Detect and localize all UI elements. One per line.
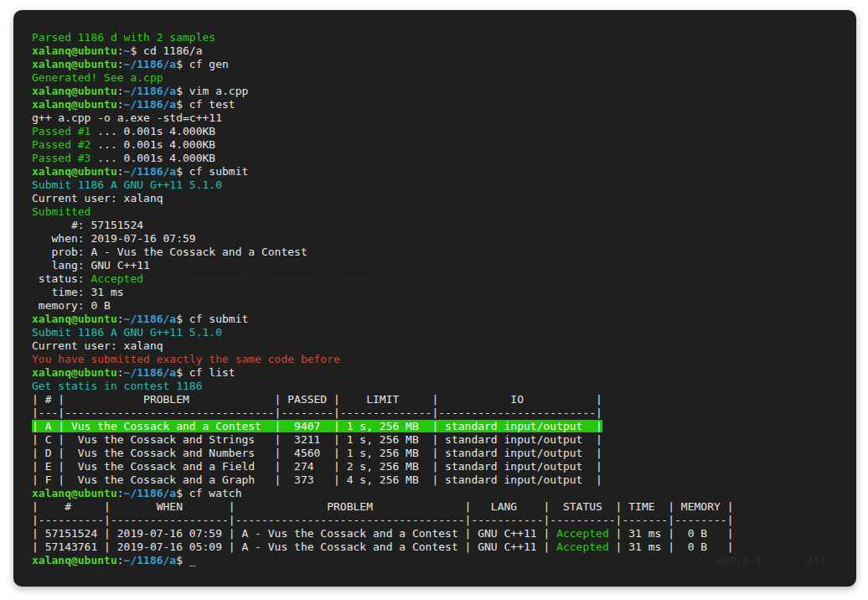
output-current-user-1: Current user: xalanq [32,192,851,205]
terminal-body[interactable]: Parsed 1186 d with 2 samplesxalanq@ubunt… [32,31,851,582]
output-passed-2-seg-0: Passed #2 [32,138,90,151]
prompt-cf-submit-1: xalanq@ubuntu:~/1186/a$ cf submit [32,165,851,178]
list-table-separator-seg-0: |---|--------------------------------|--… [32,406,602,419]
list-table-header: | # | PROBLEM | PASSED | LIMIT | IO | [32,393,851,406]
prompt-cf-watch-seg-1: : [117,487,124,499]
output-submitted-seg-0: Submitted [32,205,90,218]
output-generated-seg-0: Generated! See a.cpp [32,71,163,84]
prompt-cf-list-seg-2: ~/1186/a [124,366,177,379]
vim-ghost-all: All [807,555,826,568]
list-row-c-seg-0: | C | Vus the Cossack and Strings | 3211… [32,433,602,446]
submission-memory-seg-0: memory: 0 B [32,299,111,312]
submission-memory: memory: 0 B [32,299,851,313]
output-get-statis-seg-0: Get statis in contest 1186 [32,380,203,392]
prompt-cf-gen-seg-1: : [117,58,124,70]
output-generated: Generated! See a.cpp [32,71,851,85]
watch-row-2-seg-0: | 57143761 | 2019-07-16 05:09 | A - Vus … [32,541,556,553]
prompt-final-seg-4: _ [189,554,196,566]
watch-table-header-seg-0: | # | WHEN | PROBLEM | LANG | STATUS | T… [32,500,733,513]
prompt-cf-watch-seg-0: xalanq@ubuntu [32,487,117,499]
prompt-cf-submit-2-seg-2: ~/1186/a [124,313,177,325]
prompt-final-seg-0: xalanq@ubuntu [32,554,117,566]
prompt-vim-seg-0: xalanq@ubuntu [32,85,117,97]
list-row-d-seg-0: | D | Vus the Cossack and Numbers | 4560… [32,447,602,459]
output-passed-1: Passed #1 ... 0.001s 4.000KB [32,125,851,138]
prompt-cf-submit-1-seg-2: ~/1186/a [124,165,177,178]
ghost-artifact-lang: _ _________ _ ________ ____ [173,266,369,279]
submission-time-seg-0: time: 31 ms [32,286,124,298]
output-current-user-2: Current user: xalanq [32,339,851,353]
output-submitted: Submitted [32,205,851,219]
prompt-final-seg-2: ~/1186/a [124,554,177,566]
submission-id: #: 57151524 [32,219,851,232]
watch-row-1-seg-0: | 57151524 | 2019-07-16 07:59 | A - Vus … [32,527,556,540]
prompt-cf-watch-seg-3: $ cf watch [176,487,241,499]
submission-prob: prob: A - Vus the Cossack and a Contest [32,246,851,259]
prompt-cf-list-seg-3: $ cf list [176,366,235,379]
list-row-e-seg-0: | E | Vus the Cossack and a Field | 274 … [32,460,602,473]
terminal-window: Parsed 1186 d with 2 samplesxalanq@ubunt… [13,10,856,587]
watch-table-header: | # | WHEN | PROBLEM | LANG | STATUS | T… [32,500,851,514]
output-current-user-1-seg-0: Current user: xalanq [32,192,163,204]
submission-lang: lang: GNU C++11 [32,259,851,272]
prompt-cf-gen-seg-0: xalanq@ubuntu [32,58,117,70]
prompt-cf-list-seg-1: : [117,366,124,379]
watch-row-2-seg-1: Accepted [556,541,609,553]
prompt-vim-seg-3: $ vim a.cpp [176,85,248,97]
list-table-header-seg-0: | # | PROBLEM | PASSED | LIMIT | IO | [32,393,602,406]
prompt-cf-list-seg-0: xalanq@ubuntu [32,366,117,379]
prompt-cf-gen-seg-3: $ cf gen [176,58,229,70]
prompt-cd-seg-3: $ cd 1186/a [130,44,202,57]
prompt-cf-test-seg-0: xalanq@ubuntu [32,98,117,111]
prompt-final-seg-3: $ [176,554,189,566]
output-gpp-seg-0: g++ a.cpp -o a.exe -std=c++11 [32,111,222,124]
output-passed-2: Passed #2 ... 0.001s 4.000KB [32,138,851,152]
submission-status-seg-1: Accepted [90,272,143,285]
list-table-separator: |---|--------------------------------|--… [32,406,851,420]
output-submit-info-1: Submit 1186 A GNU G++11 5.1.0 [32,178,851,192]
output-parsed-seg-0: Parsed 1186 d with 2 samples [32,31,215,44]
output-current-user-2-seg-0: Current user: xalanq [32,339,163,352]
submission-status: status: Accepted [32,272,851,286]
prompt-cf-submit-1-seg-3: $ cf submit [176,165,248,178]
prompt-cf-watch: xalanq@ubuntu:~/1186/a$ cf watch [32,487,851,500]
prompt-vim-seg-2: ~/1186/a [124,85,177,97]
output-submit-info-2: Submit 1186 A GNU G++11 5.1.0 [32,326,851,339]
output-submit-info-1-seg-0: Submit 1186 A GNU G++11 5.1.0 [32,178,222,191]
submission-when: when: 2019-07-16 07:59 [32,232,851,246]
prompt-cd-seg-1: : [117,44,124,57]
list-row-d: | D | Vus the Cossack and Numbers | 4560… [32,447,851,460]
list-row-a-seg-0: | A | Vus the Cossack and a Contest | 94… [32,420,602,432]
watch-table-separator: |----------|------------------|---------… [32,514,851,527]
output-passed-2-seg-1: ... 0.001s 4.000KB [90,138,215,151]
watch-row-1-seg-2: | 31 ms | 0 B | [609,527,734,540]
prompt-cf-submit-1-seg-1: : [117,165,124,178]
submission-status-seg-0: status: [32,272,90,285]
output-passed-3-seg-1: ... 0.001s 4.000KB [90,152,215,164]
watch-row-2: | 57143761 | 2019-07-16 05:09 | A - Vus … [32,541,851,554]
prompt-cf-submit-2-seg-1: : [117,313,124,325]
prompt-cf-watch-seg-2: ~/1186/a [124,487,177,499]
prompt-cf-submit-1-seg-0: xalanq@ubuntu [32,165,117,178]
prompt-cf-submit-2-seg-0: xalanq@ubuntu [32,313,117,325]
prompt-cf-test-seg-2: ~/1186/a [124,98,177,111]
prompt-cd-seg-0: xalanq@ubuntu [32,44,117,57]
list-row-c: | C | Vus the Cossack and Strings | 3211… [32,433,851,447]
prompt-cf-submit-2: xalanq@ubuntu:~/1186/a$ cf submit [32,313,851,326]
prompt-vim: xalanq@ubuntu:~/1186/a$ vim a.cpp [32,85,851,98]
prompt-vim-seg-1: : [117,85,124,97]
prompt-cf-list: xalanq@ubuntu:~/1186/a$ cf list [32,366,851,380]
watch-row-1-seg-1: Accepted [556,527,609,540]
submission-prob-seg-0: prob: A - Vus the Cossack and a Contest [32,246,307,258]
prompt-cf-gen: xalanq@ubuntu:~/1186/a$ cf gen [32,58,851,71]
output-passed-1-seg-0: Passed #1 [32,125,90,137]
submission-lang-seg-0: lang: GNU C++11 [32,259,150,272]
output-passed-3-seg-0: Passed #3 [32,152,90,164]
prompt-cd: xalanq@ubuntu:~$ cd 1186/a [32,44,851,58]
submission-time: time: 31 ms [32,286,851,299]
prompt-cf-test-seg-1: : [117,98,124,111]
prompt-cf-gen-seg-2: ~/1186/a [124,58,177,70]
output-passed-3: Passed #3 ... 0.001s 4.000KB [32,152,851,165]
prompt-cf-test-seg-3: $ cf test [176,98,235,111]
output-duplicate-warning: You have submitted exactly the same code… [32,353,851,366]
